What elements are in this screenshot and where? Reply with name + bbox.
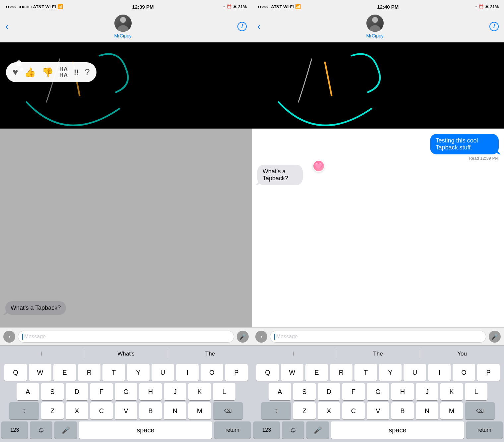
key-c-1[interactable]: C <box>90 402 113 419</box>
key-y-1[interactable]: Y <box>127 364 150 381</box>
key-k-2[interactable]: K <box>440 383 463 400</box>
key-o-2[interactable]: O <box>453 364 475 381</box>
received-bubble-text-2: What's a Tapback? <box>263 168 288 182</box>
key-emoji-2[interactable]: ☺ <box>282 421 304 439</box>
key-p-2[interactable]: P <box>477 364 500 381</box>
predictive-word-1-2[interactable]: What's <box>84 347 168 360</box>
predictive-word-1-3[interactable]: The <box>168 347 252 360</box>
cursor-1 <box>22 334 23 340</box>
message-input-1[interactable]: Message <box>18 331 234 343</box>
key-row-2-2: A S D F G H J K L <box>253 383 503 400</box>
key-123-2[interactable]: 123 <box>253 421 280 439</box>
key-f-1[interactable]: F <box>90 383 113 400</box>
expand-button-2[interactable]: › <box>255 331 267 343</box>
key-h-1[interactable]: H <box>139 383 162 400</box>
key-g-1[interactable]: G <box>115 383 137 400</box>
key-f-2[interactable]: F <box>342 383 365 400</box>
key-u-2[interactable]: U <box>404 364 426 381</box>
back-chevron-2: ‹ <box>257 21 260 32</box>
tapback-thumbsup-1[interactable]: 👍 <box>24 67 36 78</box>
key-u-1[interactable]: U <box>152 364 174 381</box>
key-shift-1[interactable]: ⇧ <box>9 402 39 419</box>
tapback-haha-1[interactable]: HAHA <box>59 66 68 78</box>
info-button-1[interactable]: i <box>237 22 247 31</box>
key-v-2[interactable]: V <box>367 402 389 419</box>
key-n-2[interactable]: N <box>416 402 438 419</box>
key-mic-2[interactable]: 🎤 <box>306 421 329 439</box>
key-123-1[interactable]: 123 <box>1 421 28 439</box>
key-k-1[interactable]: K <box>188 383 211 400</box>
contact-name-2[interactable]: MrCippy <box>366 33 384 38</box>
key-l-2[interactable]: L <box>465 383 487 400</box>
key-t-2[interactable]: T <box>354 364 377 381</box>
key-r-1[interactable]: R <box>78 364 100 381</box>
predictive-word-2-1[interactable]: I <box>252 347 336 360</box>
tapback-heart-1[interactable]: ♥ <box>13 67 18 78</box>
avatar-body-2 <box>369 25 381 32</box>
key-w-1[interactable]: W <box>29 364 51 381</box>
key-o-1[interactable]: O <box>201 364 223 381</box>
key-i-1[interactable]: I <box>176 364 199 381</box>
key-l-1[interactable]: L <box>213 383 235 400</box>
key-q-1[interactable]: Q <box>4 364 27 381</box>
key-shift-2[interactable]: ⇧ <box>261 402 291 419</box>
predictive-word-1-1[interactable]: I <box>0 347 84 360</box>
key-d-2[interactable]: D <box>318 383 340 400</box>
key-r-2[interactable]: R <box>330 364 352 381</box>
key-c-2[interactable]: C <box>342 402 365 419</box>
key-i-2[interactable]: I <box>428 364 451 381</box>
key-m-1[interactable]: M <box>188 402 211 419</box>
key-s-2[interactable]: S <box>293 383 316 400</box>
key-delete-1[interactable]: ⌫ <box>213 402 243 419</box>
key-space-2[interactable]: space <box>331 421 464 439</box>
key-x-2[interactable]: X <box>318 402 340 419</box>
key-j-1[interactable]: J <box>164 383 186 400</box>
key-m-2[interactable]: M <box>440 402 463 419</box>
key-space-1[interactable]: space <box>79 421 212 439</box>
predictive-word-2-2[interactable]: The <box>336 347 420 360</box>
contact-name-1[interactable]: MrCippy <box>114 33 132 38</box>
key-g-2[interactable]: G <box>367 383 389 400</box>
key-h-2[interactable]: H <box>391 383 414 400</box>
tapback-exclaim-1[interactable]: !! <box>74 68 79 77</box>
key-j-2[interactable]: J <box>416 383 438 400</box>
predictive-word-2-3[interactable]: You <box>420 347 504 360</box>
key-w-2[interactable]: W <box>281 364 303 381</box>
key-mic-1[interactable]: 🎤 <box>54 421 77 439</box>
info-icon-1: i <box>241 24 243 29</box>
key-x-1[interactable]: X <box>66 402 88 419</box>
back-button-2[interactable]: ‹ <box>257 21 260 32</box>
key-delete-2[interactable]: ⌫ <box>465 402 495 419</box>
key-return-2[interactable]: return <box>466 421 503 439</box>
tapback-thumbsdown-1[interactable]: 👎 <box>42 67 53 78</box>
key-emoji-1[interactable]: ☺ <box>30 421 52 439</box>
message-input-2[interactable]: Message <box>270 331 486 343</box>
key-s-1[interactable]: S <box>41 383 64 400</box>
key-y-2[interactable]: Y <box>379 364 402 381</box>
nav-center-1: MrCippy <box>114 15 132 38</box>
key-v-1[interactable]: V <box>115 402 137 419</box>
key-e-2[interactable]: E <box>305 364 328 381</box>
info-button-2[interactable]: i <box>489 22 499 31</box>
key-a-1[interactable]: A <box>17 383 39 400</box>
key-t-1[interactable]: T <box>102 364 125 381</box>
key-b-2[interactable]: B <box>391 402 414 419</box>
back-button-1[interactable]: ‹ <box>5 21 8 32</box>
key-return-1[interactable]: return <box>214 421 251 439</box>
key-z-1[interactable]: Z <box>41 402 64 419</box>
expand-button-1[interactable]: › <box>3 331 15 343</box>
tapback-question-1[interactable]: ? <box>85 67 90 78</box>
key-b-1[interactable]: B <box>139 402 162 419</box>
avatar-1 <box>114 15 132 32</box>
mic-button-1[interactable]: 🎤 <box>237 331 249 343</box>
key-a-2[interactable]: A <box>269 383 291 400</box>
mic-button-2[interactable]: 🎤 <box>489 331 501 343</box>
alarm-icon-2: ⏰ <box>478 4 484 9</box>
key-e-1[interactable]: E <box>53 364 76 381</box>
key-z-2[interactable]: Z <box>293 402 316 419</box>
key-n-1[interactable]: N <box>164 402 186 419</box>
key-q-2[interactable]: Q <box>256 364 279 381</box>
key-d-1[interactable]: D <box>66 383 88 400</box>
key-p-1[interactable]: P <box>225 364 248 381</box>
sketch-svg-2 <box>252 42 504 129</box>
